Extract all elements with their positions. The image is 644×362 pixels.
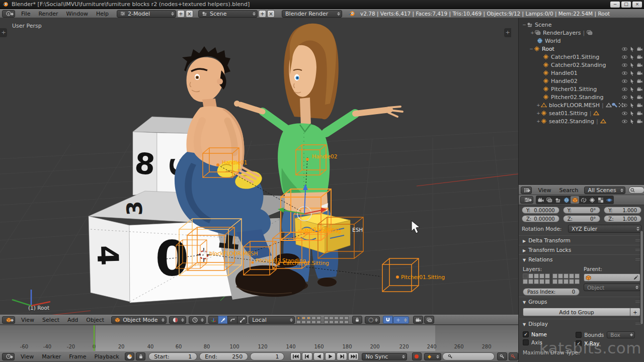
outliner-row-seat02[interactable]: + seat02.Standing | — [519, 117, 644, 125]
screen-layout-selector[interactable]: 2-Model — [117, 10, 176, 18]
visibility-eye-icon[interactable] — [622, 103, 627, 108]
visibility-eye-icon[interactable] — [622, 86, 627, 92]
opengl-render-anim-button[interactable] — [424, 316, 434, 324]
panel-groups[interactable]: ▼Groups — [519, 297, 644, 306]
selectability-cursor-icon[interactable] — [629, 70, 635, 76]
selectability-cursor-icon[interactable] — [629, 46, 635, 52]
display-name-option[interactable]: ✓Name — [523, 331, 574, 337]
pass-index-field[interactable]: Pass Index: 0 — [523, 288, 580, 296]
outliner-row-catcher01[interactable]: Catcher01.Sitting — [519, 53, 644, 61]
close-button[interactable]: × — [632, 2, 642, 8]
delete-keyframe-button[interactable] — [509, 352, 518, 360]
object-menu[interactable]: Object — [82, 317, 108, 323]
selectability-cursor-icon[interactable] — [629, 78, 635, 84]
outliner-label[interactable]: Pitcher02.Standing — [551, 94, 604, 101]
panel-transform-locks[interactable]: ▶Transform Locks — [519, 245, 644, 254]
outliner-row-catcher02[interactable]: Catcher02.Standing — [519, 61, 644, 69]
outliner-label[interactable]: blockFLOOR.MESH — [549, 102, 600, 109]
outliner-display-mode-selector[interactable]: All Scenes — [584, 187, 625, 194]
renderability-camera-icon[interactable] — [637, 54, 642, 60]
renderability-camera-icon[interactable] — [637, 103, 642, 108]
timeline-view-menu[interactable]: View — [17, 353, 38, 360]
current-frame-field[interactable]: 1 — [250, 352, 284, 360]
view-menu[interactable]: View — [17, 317, 38, 323]
outliner-label[interactable]: Handle02 — [551, 78, 578, 84]
renderability-camera-icon[interactable] — [637, 78, 642, 84]
tab-world[interactable] — [562, 196, 571, 204]
opengl-render-image-button[interactable] — [413, 316, 423, 324]
renderability-camera-icon[interactable] — [637, 86, 642, 92]
renderability-camera-icon[interactable] — [637, 46, 642, 52]
outliner-search-field[interactable] — [628, 187, 644, 194]
renderability-camera-icon[interactable] — [637, 70, 642, 76]
expander-icon[interactable]: + — [536, 111, 541, 116]
add-scene-button[interactable]: + — [259, 10, 266, 18]
3d-viewport[interactable]: 8 5 3 6 4 0 1 — [0, 18, 518, 315]
scene-selector[interactable]: Scene — [198, 10, 258, 18]
editor-type-3dview-button[interactable] — [2, 316, 15, 324]
jump-to-start-button[interactable] — [290, 352, 301, 360]
location-y-field[interactable]: Y:0.00000 — [522, 207, 559, 214]
panel-relations[interactable]: ▼Relations — [519, 254, 644, 264]
outliner-row-renderlayers[interactable]: + RenderLayers | — [519, 29, 644, 37]
location-z-field[interactable]: Z:0.00000 — [522, 215, 559, 222]
editor-type-timeline-button[interactable] — [2, 353, 15, 360]
tab-render[interactable] — [536, 196, 545, 204]
manipulator-translate-toggle[interactable] — [218, 316, 228, 324]
manipulator-axis-toggle[interactable] — [208, 316, 218, 324]
outliner-label[interactable]: seat02.Standing — [549, 118, 594, 125]
add-menu[interactable]: Add — [63, 317, 82, 323]
properties-shelf-expand-tab[interactable]: + — [504, 28, 511, 37]
selectability-cursor-icon[interactable] — [629, 95, 635, 100]
renderability-camera-icon[interactable] — [637, 95, 642, 100]
keying-set-field[interactable] — [442, 352, 495, 360]
editor-type-info-button[interactable] — [2, 10, 15, 18]
layer-buttons-right[interactable] — [324, 316, 349, 324]
outliner-view-menu[interactable]: View — [534, 187, 555, 194]
scale-z-field[interactable]: Z:1.000 — [604, 215, 641, 222]
visibility-eye-icon[interactable] — [622, 111, 627, 116]
timeline-ruler[interactable]: -60 -40 -20 0 20 40 60 80 100 120 140 16… — [0, 325, 518, 351]
timeline-frame-menu[interactable]: Frame — [65, 353, 90, 360]
outliner-row-pitcher01[interactable]: Pitcher01.Sitting — [519, 85, 644, 93]
selectability-cursor-icon[interactable] — [629, 86, 635, 92]
renderability-camera-icon[interactable] — [637, 119, 642, 124]
selectability-cursor-icon[interactable] — [629, 119, 635, 124]
jump-to-end-button[interactable] — [348, 352, 359, 360]
next-keyframe-button[interactable] — [337, 352, 347, 360]
snap-element-selector[interactable]: ⊹ — [393, 316, 409, 324]
preview-range-toggle[interactable] — [125, 352, 134, 360]
checkbox-unchecked[interactable] — [576, 332, 582, 338]
outliner-label[interactable]: Catcher01.Sitting — [551, 54, 599, 60]
outliner-label[interactable]: Catcher02.Standing — [551, 62, 606, 68]
expander-icon[interactable]: − — [529, 46, 534, 51]
expander-icon[interactable]: − — [522, 22, 527, 27]
tab-physics[interactable] — [605, 196, 613, 204]
renderability-camera-icon[interactable] — [637, 62, 642, 68]
menu-window[interactable]: Window — [62, 11, 92, 17]
select-menu[interactable]: Select — [38, 317, 63, 323]
outliner-row-seat01[interactable]: + seat01.Sitting | — [519, 109, 644, 117]
pivot-point-selector[interactable] — [189, 316, 206, 324]
object-layers-grid-left[interactable] — [523, 274, 550, 284]
outliner-row-scene[interactable]: − Scene — [519, 21, 644, 29]
outliner-row-blockfloor[interactable]: + blockFLOOR.MESH | — [519, 101, 644, 109]
tab-object[interactable] — [571, 196, 579, 204]
lock-time-cursor-toggle[interactable] — [136, 352, 145, 360]
checkbox-unchecked[interactable] — [523, 339, 529, 345]
lock-to-scene-toggle[interactable] — [352, 316, 362, 324]
add-group-plus-button[interactable]: + — [630, 308, 640, 316]
selectability-cursor-icon[interactable] — [629, 54, 635, 60]
timeline-playback-menu[interactable]: Playback — [91, 353, 123, 360]
properties-editor[interactable]: Y:0.00000 Y:0° Y:1.000 Z:0.00000 Z:0° Z:… — [519, 195, 644, 362]
play-reverse-button[interactable] — [313, 352, 324, 360]
maximize-button[interactable]: □ — [621, 2, 631, 8]
panel-display[interactable]: ▼Display — [519, 319, 644, 328]
outliner-row-world[interactable]: World — [519, 37, 644, 45]
outliner-search-menu[interactable]: Search — [555, 187, 583, 194]
outliner-label[interactable]: Pitcher01.Sitting — [551, 86, 597, 93]
remove-scene-button[interactable]: × — [267, 10, 275, 18]
panel-delta-transform[interactable]: ▶Delta Transform — [519, 235, 644, 245]
outliner-label[interactable]: Root — [542, 46, 554, 52]
prev-keyframe-button[interactable] — [302, 352, 312, 360]
